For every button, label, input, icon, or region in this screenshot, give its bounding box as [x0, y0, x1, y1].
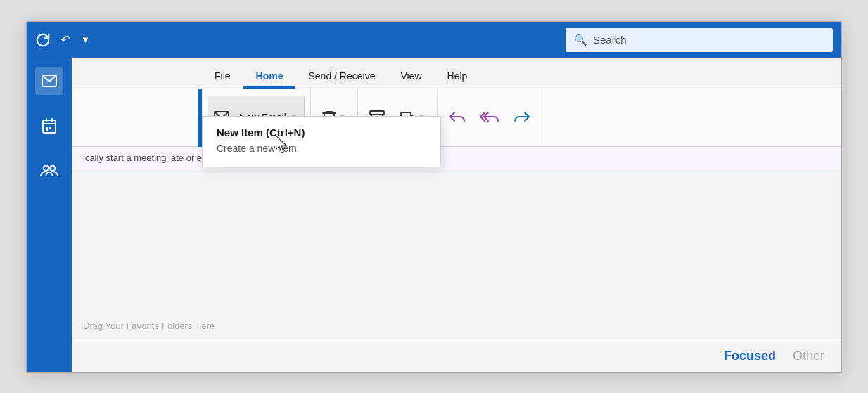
- titlebar: ↶ ▼ 🔍 Search: [27, 22, 841, 58]
- menu-view[interactable]: View: [388, 65, 434, 89]
- menu-home[interactable]: Home: [243, 65, 296, 89]
- forward-button[interactable]: [508, 103, 536, 131]
- dropdown-title: New Item (Ctrl+N): [217, 127, 426, 138]
- sidebar-item-mail[interactable]: [35, 67, 63, 95]
- dropdown-description: Create a new item.: [217, 143, 426, 154]
- tip-text: ically start a meeting late or end a: [83, 153, 219, 163]
- inbox-tabs: Focused Other: [72, 340, 841, 372]
- menu-send-receive[interactable]: Send / Receive: [295, 65, 388, 89]
- menu-file[interactable]: File: [202, 65, 243, 89]
- main-column: File Home Send / Receive View Help: [72, 58, 841, 372]
- folder-drag-label: Drag Your Favorite Folders Here: [83, 321, 215, 331]
- outlook-window: ↶ ▼ 🔍 Search: [26, 21, 842, 373]
- sidebar: [27, 58, 72, 372]
- tab-focused[interactable]: Focused: [724, 349, 776, 363]
- search-placeholder: Search: [593, 34, 824, 46]
- refresh-icon[interactable]: [35, 32, 51, 48]
- svg-rect-6: [49, 127, 51, 129]
- svg-rect-7: [46, 129, 48, 131]
- ribbon: + New Email ▼: [72, 89, 841, 147]
- search-icon: 🔍: [574, 34, 587, 46]
- search-box[interactable]: 🔍 Search: [566, 28, 833, 52]
- undo-icon[interactable]: ↶: [60, 32, 71, 48]
- reply-button[interactable]: [443, 103, 471, 131]
- reply-all-button[interactable]: [474, 103, 505, 131]
- ribbon-group-reply: [438, 89, 542, 146]
- sidebar-item-calendar[interactable]: [35, 112, 63, 140]
- svg-point-8: [44, 165, 49, 170]
- svg-rect-5: [46, 127, 48, 129]
- new-item-dropdown: New Item (Ctrl+N) Create a new item.: [202, 116, 441, 167]
- sidebar-item-people[interactable]: [35, 157, 63, 185]
- quick-access-dropdown-icon[interactable]: ▼: [81, 34, 90, 45]
- content-area: File Home Send / Receive View Help: [27, 58, 841, 372]
- folder-drag-area: Drag Your Favorite Folders Here: [72, 169, 841, 340]
- quick-access-toolbar: ↶ ▼: [35, 32, 90, 48]
- svg-point-9: [50, 165, 55, 170]
- tab-other[interactable]: Other: [793, 349, 824, 363]
- tip-strip: ically start a meeting late or end a: [72, 147, 841, 169]
- main-panel: ically start a meeting late or end a Dra…: [72, 147, 841, 372]
- menu-help[interactable]: Help: [435, 65, 480, 89]
- menubar: File Home Send / Receive View Help: [72, 58, 841, 89]
